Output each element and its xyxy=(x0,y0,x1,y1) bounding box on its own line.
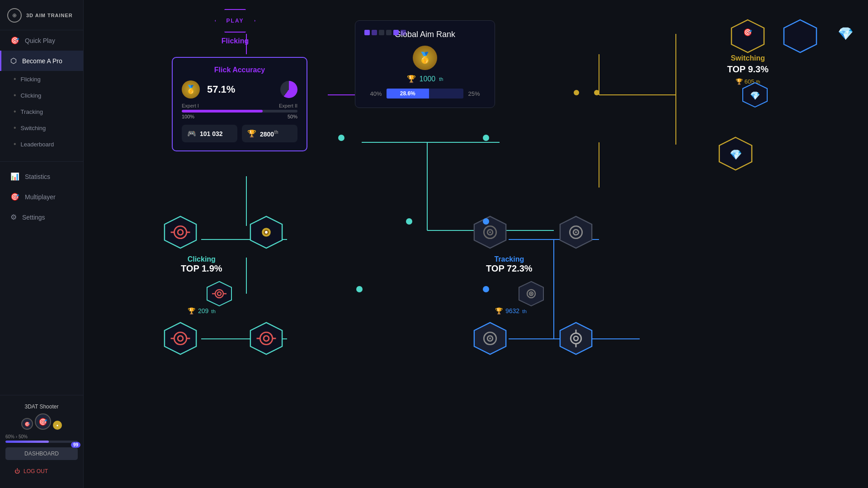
dot-clicking-mid xyxy=(356,286,363,292)
skill-tree: PLAY Flicking Flick Accuracy 🥇 57.1% Exp… xyxy=(93,9,859,479)
clicking-name: Clicking xyxy=(181,255,222,263)
switching-node-right[interactable]: 💎 xyxy=(782,18,818,54)
flick-rank-stat: 🏆 2800th xyxy=(242,125,297,142)
sidebar-item-quick-play[interactable]: 🎯 Quick Play xyxy=(0,30,83,51)
xp-bar xyxy=(5,441,78,443)
accuracy-value: 57.1% xyxy=(207,84,235,95)
tracking-hex-tl[interactable] xyxy=(472,215,508,252)
sidebar-item-settings[interactable]: ⚙ Settings xyxy=(0,207,83,227)
leaderboard-label: Leaderboard xyxy=(21,141,54,148)
sidebar-item-statistics[interactable]: 📊 Statistics xyxy=(0,166,83,187)
flicking-play-section: PLAY Flicking xyxy=(215,9,255,45)
statistics-label: Statistics xyxy=(25,173,50,180)
dot-purple3 xyxy=(393,30,399,35)
progress-bar xyxy=(182,110,297,113)
hex-clicking-tr-svg xyxy=(249,215,284,250)
svg-point-50 xyxy=(489,231,491,233)
hex-switching-right-svg xyxy=(782,18,818,54)
dot-dark xyxy=(379,30,384,35)
trophy-icon: 🏆 xyxy=(247,129,256,138)
sidebar-item-multiplayer[interactable]: 🎯 Multiplayer xyxy=(0,187,83,207)
multiplayer-icon: 🎯 xyxy=(10,192,19,201)
sidebar-item-clicking[interactable]: Clicking xyxy=(0,87,83,103)
flick-card-title: Flick Accuracy xyxy=(182,66,297,74)
user-info: 3DAT Shooter 🎯 🎯 ● 60% › 50% DASHBOARD 9… xyxy=(5,400,78,462)
hex-clicking-tl-svg xyxy=(163,215,198,250)
main-content: PLAY Flicking Flick Accuracy 🥇 57.1% Exp… xyxy=(84,0,868,488)
multiplayer-label: Multiplayer xyxy=(25,193,56,201)
tracking-top-pct: TOP 72.3% xyxy=(486,263,533,274)
logout-icon: ⏻ xyxy=(14,468,20,474)
svg-point-58 xyxy=(530,293,532,295)
clicking-hex-bl[interactable] xyxy=(163,321,198,358)
hex-tracking-tr-svg xyxy=(558,215,594,250)
svg-marker-18 xyxy=(784,20,816,52)
progress-val-to: 50% xyxy=(288,114,297,119)
flick-stats-row: 🎮 101 032 🏆 2800th xyxy=(182,125,297,142)
quick-play-label: Quick Play xyxy=(25,37,55,44)
dot-purple2 xyxy=(372,30,377,35)
quick-play-icon: 🎯 xyxy=(10,36,19,45)
progress-labels: Expert I Expert II xyxy=(182,103,297,108)
rank-medal-area: 🥇 xyxy=(368,46,482,70)
accuracy-row: 🥇 57.1% xyxy=(182,80,297,99)
hex-clicking-bl-svg xyxy=(163,321,198,356)
accuracy-chart-icon xyxy=(280,81,297,98)
dashboard-badge: 99 xyxy=(71,442,80,448)
dashboard-button[interactable]: DASHBOARD xyxy=(5,447,78,460)
dot-left-global xyxy=(338,135,344,141)
svg-point-62 xyxy=(489,338,491,339)
rank-to-label: Expert II xyxy=(279,103,297,108)
clicking-hex-tr[interactable] xyxy=(249,215,284,252)
statistics-icon: 📊 xyxy=(10,172,19,181)
clicking-rank: 🏆 209th xyxy=(188,307,216,314)
logout-label: LOG OUT xyxy=(24,468,48,474)
dot-purple xyxy=(364,30,370,35)
progress-fill xyxy=(182,110,263,113)
switching-node-left[interactable]: 🎯 Switching TOP 9.3% 🏆 605th xyxy=(727,18,769,85)
hex-clicking-mid-svg xyxy=(206,280,233,307)
svg-text:💎: 💎 xyxy=(730,149,742,161)
clicking-hex-br[interactable] xyxy=(249,321,284,358)
app-title: 3D AIM TRAINER xyxy=(26,13,73,18)
tracking-hex-mid[interactable] xyxy=(518,280,545,309)
sidebar-item-leaderboard[interactable]: Leaderboard xyxy=(0,136,83,152)
sidebar-item-switching[interactable]: Switching xyxy=(0,120,83,136)
svg-point-54 xyxy=(575,231,577,233)
clicking-hex-tl[interactable] xyxy=(163,215,198,252)
sidebar-item-flicking[interactable]: Flicking xyxy=(0,71,83,87)
tracking-hex-bl[interactable] xyxy=(472,321,508,358)
tracking-trophy-icon: 🏆 xyxy=(495,307,503,314)
play-button[interactable]: PLAY xyxy=(215,9,255,33)
clicking-top-pct: TOP 1.9% xyxy=(181,263,222,274)
placement-value: 1000 xyxy=(420,75,436,83)
rank-bar-fill: 28.6% xyxy=(387,89,429,99)
sidebar-item-tracking[interactable]: Tracking xyxy=(0,103,83,120)
rank-medal-icon: 🥇 xyxy=(413,46,437,70)
become-pro-label: Become A Pro xyxy=(22,57,62,65)
switching-title: Switching xyxy=(731,54,765,62)
logo-icon: ⊕ xyxy=(7,8,22,23)
gold-coin-icon: ● xyxy=(53,421,62,430)
switching-top-pct: TOP 9.3% xyxy=(727,64,769,75)
tracking-hex-tr[interactable] xyxy=(558,215,594,252)
svg-point-31 xyxy=(265,231,268,234)
accuracy-medal-icon: 🥇 xyxy=(182,80,200,99)
svg-text:💎: 💎 xyxy=(750,91,760,101)
progress-values: 100% 50% xyxy=(182,114,297,119)
svg-marker-37 xyxy=(165,323,196,354)
settings-icon: ⚙ xyxy=(10,213,17,221)
tracking-rank-val: 9632 xyxy=(505,307,519,314)
switching-label: Switching xyxy=(21,125,46,131)
tracking-label: Tracking xyxy=(21,108,43,115)
dot-right-global xyxy=(483,135,489,141)
logout-button[interactable]: ⏻ LOG OUT xyxy=(5,464,78,479)
hex-tracking-bl-svg xyxy=(472,321,508,356)
hex-tracking-mid-svg xyxy=(518,280,545,307)
clicking-hex-mid[interactable] xyxy=(206,280,233,309)
tracking-rank: 🏆 9632th xyxy=(495,307,527,314)
sidebar-item-become-pro[interactable]: ⬡ Become A Pro xyxy=(0,51,83,71)
switching-hex-bottom[interactable]: 💎 xyxy=(717,136,754,174)
tracking-hex-br[interactable] xyxy=(558,321,594,358)
dot-tracking-mid xyxy=(483,286,489,292)
